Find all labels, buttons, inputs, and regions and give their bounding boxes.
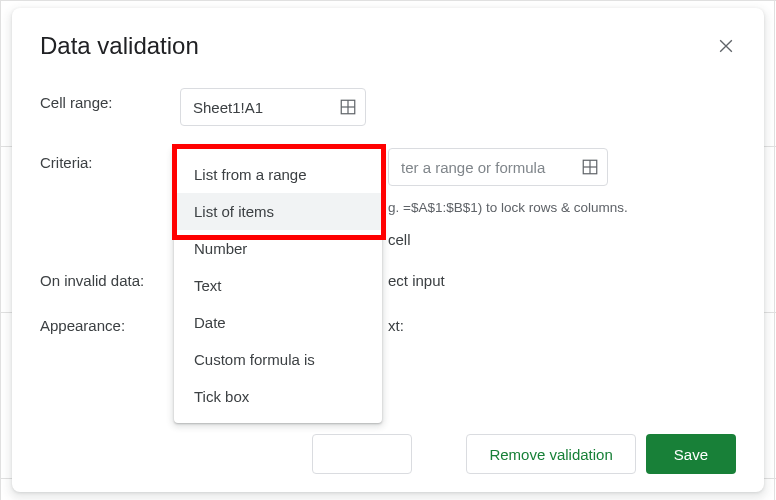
dialog-title: Data validation: [40, 32, 199, 60]
cell-range-input[interactable]: Sheet1!A1: [180, 88, 366, 126]
cell-range-value: Sheet1!A1: [193, 99, 263, 116]
appearance-label: Appearance:: [40, 317, 180, 334]
criteria-range-input[interactable]: ter a range or formula: [388, 148, 608, 186]
close-icon[interactable]: [716, 36, 736, 56]
menu-item-custom-formula[interactable]: Custom formula is: [174, 341, 382, 378]
invalid-data-fragment: ect input: [388, 272, 445, 289]
dropdown-cell-fragment: cell: [388, 231, 736, 248]
menu-item-date[interactable]: Date: [174, 304, 382, 341]
save-button[interactable]: Save: [646, 434, 736, 474]
remove-validation-button[interactable]: Remove validation: [466, 434, 635, 474]
data-validation-dialog: Data validation Cell range: Sheet1!A1 Cr…: [12, 8, 764, 492]
menu-item-tick-box[interactable]: Tick box: [174, 378, 382, 415]
invalid-data-label: On invalid data:: [40, 272, 180, 289]
cell-range-label: Cell range:: [40, 88, 180, 111]
menu-item-list-of-items[interactable]: List of items: [174, 193, 382, 230]
select-range-icon[interactable]: [581, 158, 599, 176]
menu-item-number[interactable]: Number: [174, 230, 382, 267]
menu-item-text[interactable]: Text: [174, 267, 382, 304]
menu-item-list-from-range[interactable]: List from a range: [174, 156, 382, 193]
select-range-icon[interactable]: [339, 98, 357, 116]
range-placeholder-fragment: ter a range or formula: [401, 159, 545, 176]
criteria-dropdown-menu: List from a range List of items Number T…: [174, 148, 382, 423]
criteria-label: Criteria:: [40, 148, 180, 171]
hint-text-fragment: g. =$A$1:$B$1) to lock rows & columns.: [388, 200, 736, 215]
appearance-fragment: xt:: [388, 317, 404, 334]
cancel-button-obscured[interactable]: [312, 434, 412, 474]
